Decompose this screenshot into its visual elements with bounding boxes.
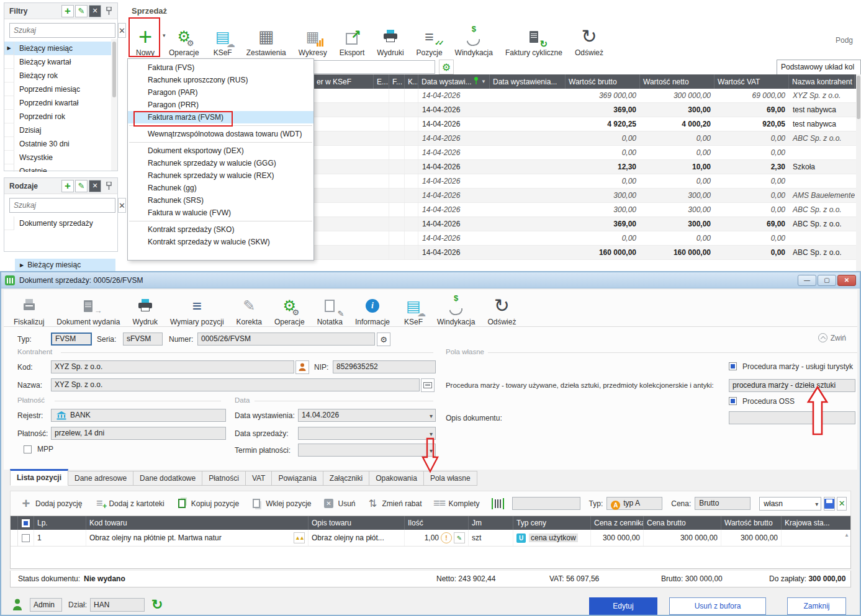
toolbar-button-wykresy[interactable]: ▦Wykresy (292, 19, 333, 57)
column-header-e[interactable]: E... (374, 74, 389, 89)
document-row[interactable]: 14-04-2026300,00300,000,00AMS Bauelement… (313, 189, 856, 203)
barcode-input[interactable] (512, 497, 580, 510)
pos-cena-field[interactable]: Brutto (695, 497, 751, 510)
layout-preset-select[interactable]: własn (759, 497, 821, 511)
pos-button-kopiuj-pozycje[interactable]: Kopiuj pozycje (176, 498, 239, 509)
filters-clear-search-button[interactable]: ✕ (118, 23, 126, 38)
list-item-wszystkie[interactable]: Wszystkie (4, 151, 117, 164)
column-header-wartość-brutto[interactable]: Wartość brutto (566, 74, 640, 89)
list-item-poprzedni-miesiąc[interactable]: Poprzedni miesiąc (4, 83, 117, 96)
menu-item-dokument-eksportowy-dex[interactable]: Dokument eksportowy (DEX) (128, 145, 313, 157)
kontrahent-nazwa-field[interactable]: XYZ Sp. z o.o. (51, 378, 420, 391)
menu-item-rachunek-uproszczony-rus[interactable]: Rachunek uproszczony (RUS) (128, 74, 313, 86)
doc-toolbar-button-ksef[interactable]: ▤☁KSeF (396, 288, 431, 326)
window-titlebar[interactable]: Dokument sprzedaży: 0005/26/FVSM — ▢ ✕ (1, 272, 860, 288)
list-item-ostatnie[interactable]: Ostatnie (4, 164, 117, 172)
tab-lista-pozycji[interactable]: Lista pozycji (10, 469, 68, 486)
data-wystawienia-field[interactable]: 14.04.2026 (298, 409, 436, 422)
types-search-input[interactable] (9, 198, 115, 213)
menu-item-paragon-prr[interactable]: Paragon (PRR) (128, 99, 313, 111)
document-row[interactable]: 14-04-2026369 000,00300 000,0069 000,00X… (313, 89, 856, 103)
search-settings-gear-icon[interactable]: ⚙ (439, 60, 454, 74)
scroll-up-icon[interactable]: ▲ (844, 532, 849, 538)
doc-toolbar-button-fiskalizuj[interactable]: Fiskalizuj (7, 288, 50, 326)
pos-column-header-krajowa-sta[interactable]: Krajowa sta... (782, 516, 850, 530)
table-search-input[interactable] (313, 60, 435, 74)
toolbar-button-wydruki[interactable]: Wydruki (371, 19, 410, 57)
partial-filter-row[interactable]: ▶ Bieżący miesiąc (15, 259, 115, 271)
column-header-f[interactable]: F... (389, 74, 405, 89)
pos-button-usuń[interactable]: ✕Usuń (323, 498, 356, 509)
termin-platnosci-field[interactable] (298, 444, 436, 457)
delete-layout-icon[interactable]: ✕ (837, 497, 847, 511)
toolbar-button-ksef[interactable]: ▤☁KSeF (205, 19, 240, 57)
remove-from-buffer-button[interactable]: Usuń z bufora (669, 597, 766, 615)
pos-column-header-opis-towaru[interactable]: Opis towaru (309, 516, 405, 530)
column-header-k[interactable]: K... (405, 74, 418, 89)
column-layout-selector[interactable]: Podstawowy układ kol (777, 60, 861, 75)
tab-vat[interactable]: VAT (246, 471, 273, 486)
edit-button[interactable]: Edytuj (589, 597, 657, 615)
document-row[interactable]: 14-04-2026369,00300,0069,00ABC Sp. z o.o… (313, 217, 856, 231)
types-clear-search-button[interactable]: ✕ (118, 198, 126, 213)
rejestr-field[interactable]: BANK (51, 409, 226, 422)
warning-icon[interactable]: ! (441, 532, 452, 543)
collapse-link[interactable]: Zwiń (818, 333, 846, 342)
document-row[interactable]: 14-04-20264 920,254 000,20920,05test nab… (313, 117, 856, 132)
column-header-er-w-ksef[interactable]: er w KSeF (313, 74, 374, 89)
toolbar-button-pozycje[interactable]: ≡✓✓Pozycje (410, 19, 449, 57)
kontrahent-kod-field[interactable]: XYZ Sp. z o.o. (51, 360, 294, 373)
mpp-checkbox[interactable] (24, 445, 32, 453)
numer-field[interactable]: 0005/26/FVSM (197, 333, 375, 346)
delete-filter-button[interactable]: ✕ (89, 5, 101, 17)
typ-field[interactable]: FVSM (51, 333, 92, 346)
close-window-button[interactable]: Zamknij (787, 597, 846, 615)
platnosc-field[interactable]: przelew, 14 dni (51, 427, 226, 440)
edit-filter-button[interactable]: ✎ (75, 5, 88, 17)
save-layout-icon[interactable] (824, 497, 835, 511)
tab-opakowania[interactable]: Opakowania (369, 471, 424, 486)
doc-toolbar-button-informacje[interactable]: iInformacje (349, 288, 396, 326)
doc-toolbar-button-operacje[interactable]: ⚙⚙Operacje (268, 288, 311, 326)
row-checkbox[interactable] (22, 534, 30, 542)
filters-search-input[interactable] (9, 23, 115, 38)
doc-toolbar-button-korekta[interactable]: ✎Korekta (230, 288, 268, 326)
document-row[interactable]: 14-04-20260,000,000,00 (313, 231, 856, 246)
seria-field[interactable]: sFVSM (123, 333, 163, 346)
toolbar-button-windykacja[interactable]: $Windykacja (449, 19, 499, 57)
menu-item-wewnątrzwspólnotowa-dostawa-towaru-wdt[interactable]: Wewnątrzwspólnotowa dostawa towaru (WDT) (128, 128, 313, 140)
data-sprzedazy-field[interactable] (298, 427, 436, 440)
pin-icon[interactable] (102, 180, 115, 192)
tab-płatności[interactable]: Płatności (202, 471, 246, 486)
pos-button-wklej-pozycje[interactable]: Wklej pozycje (250, 498, 311, 509)
toolbar-button-operacje[interactable]: ⚙⚙Operacje (163, 19, 205, 57)
menu-item-paragon-par[interactable]: Paragon (PAR) (128, 86, 313, 99)
doc-toolbar-button-windykacja[interactable]: $Windykacja (431, 288, 481, 326)
table-scrollbar[interactable] (856, 74, 861, 271)
doc-toolbar-button-wymiary-pozycji[interactable]: ≡Wymiary pozycji (164, 288, 230, 326)
select-all-checkbox[interactable] (22, 519, 30, 527)
dzial-field[interactable]: HAN (90, 598, 145, 612)
menu-item-faktura-marża-fvsm[interactable]: Faktura marża (FVSM) (128, 111, 313, 123)
doc-toolbar-button-dokument-wydania[interactable]: →Dokument wydania (50, 288, 126, 326)
toolbar-button-odśwież[interactable]: ↻Odśwież (569, 19, 610, 57)
user-field[interactable]: Admin (30, 598, 62, 612)
menu-item-kontrakt-sprzedaży-sko[interactable]: Kontrakt sprzedaży (SKO) (128, 223, 313, 236)
position-row[interactable]: 1 Obraz olejny na płótnie pt. Martwa nat… (11, 530, 850, 547)
doc-toolbar-button-wydruk[interactable]: Wydruk (126, 288, 164, 326)
maximize-button[interactable]: ▢ (818, 275, 836, 286)
list-item-dokumenty-sprzedaży[interactable]: Dokumenty sprzedaży (4, 216, 117, 230)
nip-field[interactable]: 8529635252 (333, 360, 436, 373)
opis-dokumentu-field[interactable] (729, 411, 855, 424)
procedura-oss-checkbox[interactable] (729, 397, 737, 405)
pos-button-zmień-rabat[interactable]: ⇅Zmień rabat (367, 498, 422, 509)
address-card-icon[interactable] (421, 378, 435, 392)
add-type-button[interactable]: + (61, 180, 74, 192)
tab-załączniki[interactable]: Załączniki (323, 471, 369, 486)
menu-item-kontrakt-sprzedaży-w-walucie-skw[interactable]: Kontrakt sprzedaży w walucie (SKW) (128, 236, 313, 248)
list-item-dzisiaj[interactable]: Dzisiaj (4, 123, 117, 137)
refresh-icon[interactable]: ↻ (151, 597, 163, 613)
menu-item-rachunek-sprzedaży-w-walucie-ggg[interactable]: Rachunek sprzedaży w walucie (GGG) (128, 157, 313, 169)
pos-column-header-cena-brutto[interactable]: Cena brutto (644, 516, 721, 530)
chevron-down-icon[interactable]: ▾ (163, 32, 166, 38)
